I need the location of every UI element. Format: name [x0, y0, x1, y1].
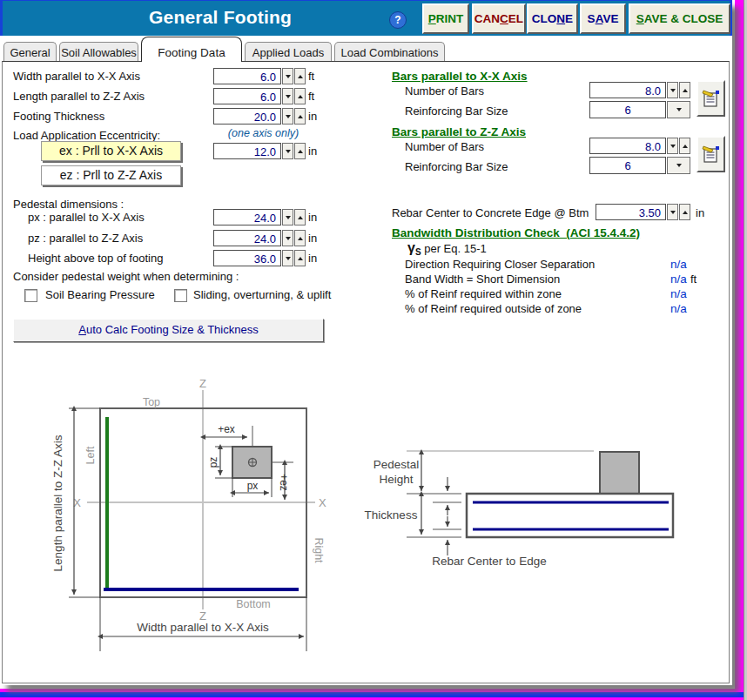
pedestal-height-field[interactable]: 36.0	[213, 250, 281, 266]
pedestal-height-spin-down[interactable]	[282, 250, 293, 266]
bars-z-size-label: Reinforcing Bar Size	[405, 160, 508, 173]
bandwidth-row-label: Direction Requiring Closer Separation	[405, 258, 595, 271]
bandwidth-row-label: % of Reinf required outside of zone	[405, 302, 582, 315]
tab-applied-loads[interactable]: Applied Loads	[245, 42, 332, 62]
thickness-field[interactable]: 20.0	[213, 108, 281, 125]
rebar-edge-spin-down[interactable]	[667, 204, 678, 220]
ex-value: 12.0	[214, 144, 280, 158]
bars-z-header: Bars parallel to Z-Z Axis	[392, 125, 526, 138]
bars-z-num-spin-down[interactable]	[667, 138, 678, 154]
width-x-field[interactable]: 6.0	[213, 68, 281, 84]
width-x-spin-down[interactable]	[282, 68, 293, 84]
title-bar: General Footing ? PRINT CANCEL CLONE SAV…	[0, 0, 732, 36]
rebar-edge-unit: in	[696, 206, 704, 219]
pedestal-height-value: 36.0	[214, 251, 280, 266]
ex-spin-up[interactable]	[294, 143, 306, 159]
length-z-label: Length parallel to Z-Z Axis	[13, 90, 145, 103]
pedestal-px-spin-up[interactable]	[294, 209, 306, 225]
chevron-down-icon	[676, 108, 682, 111]
tab-load-combinations[interactable]: Load Combinations	[334, 42, 445, 62]
triangle-up-icon	[298, 115, 303, 118]
rebar-edge-spin-up[interactable]	[679, 204, 690, 220]
sliding-overturning-checkbox[interactable]	[174, 289, 187, 302]
auto-calc-button[interactable]: Auto Calc Footing Size & Thickness	[13, 319, 324, 342]
triangle-up-icon	[298, 216, 303, 219]
triangle-up-icon	[683, 145, 688, 148]
pedestal-px-spin-down[interactable]	[282, 209, 293, 225]
bandwidth-row-label: Band Width = Short Dimension	[405, 273, 560, 286]
pedestal-pz-value: 24.0	[214, 231, 280, 246]
bars-x-num-value: 8.0	[590, 83, 665, 98]
save-and-close-button[interactable]: SAVE & CLOSE	[629, 3, 730, 34]
consider-pedestal-label: Consider pedestal weight when determinin…	[13, 270, 239, 283]
thickness-unit: in	[308, 110, 317, 123]
tab-footing-data[interactable]: Footing Data	[141, 37, 242, 62]
triangle-down-icon	[286, 257, 291, 260]
triangle-up-icon	[298, 150, 303, 153]
cancel-button[interactable]: CANCEL	[472, 3, 526, 34]
pedestal-px-value: 24.0	[214, 210, 280, 225]
ex-field[interactable]: 12.0	[213, 143, 281, 159]
bandwidth-header: Bandwidth Distribution Check (ACI 15.4.4…	[392, 226, 640, 239]
soil-bearing-label: Soil Bearing Pressure	[45, 288, 155, 301]
bandwidth-row-unit: ft	[690, 273, 697, 286]
triangle-up-icon	[683, 89, 688, 92]
width-x-value: 6.0	[214, 69, 280, 84]
bars-z-num-spin-up[interactable]	[679, 138, 690, 154]
background-window-edge	[0, 692, 747, 697]
pedestal-height-label: Height above top of footing	[28, 252, 163, 265]
triangle-up-icon	[683, 211, 688, 214]
width-x-spin-up[interactable]	[294, 68, 306, 84]
dialog-title: General Footing	[55, 7, 386, 28]
thickness-spin-up[interactable]	[294, 108, 306, 125]
length-z-field[interactable]: 6.0	[213, 88, 281, 104]
clone-button[interactable]: CLONE	[527, 3, 578, 34]
rebar-edge-value: 3.50	[596, 205, 665, 219]
sliding-overturning-label: Sliding, overturning, & uplift	[193, 288, 331, 301]
triangle-down-icon	[286, 95, 291, 98]
pedestal-px-unit: in	[308, 211, 317, 224]
pedestal-height-spin-up[interactable]	[294, 250, 306, 266]
bars-x-num-spin-up[interactable]	[679, 82, 690, 98]
triangle-down-icon	[286, 237, 291, 240]
thickness-label: Footing Thickness	[13, 110, 104, 123]
bars-z-size-dropdown[interactable]: 6	[589, 157, 666, 174]
eccentricity-label: Load Application Eccentricity:	[13, 129, 160, 142]
bars-z-notes-button[interactable]	[697, 136, 725, 172]
chevron-down-icon	[676, 164, 682, 167]
print-button[interactable]: PRINT	[422, 3, 469, 34]
bars-x-num-field[interactable]: 8.0	[589, 82, 666, 98]
ex-spin-down[interactable]	[282, 143, 293, 159]
bars-x-size-dropdown[interactable]: 6	[589, 101, 666, 118]
rebar-edge-label: Rebar Center to Concrete Edge @ Btm	[392, 206, 589, 219]
bandwidth-row-value: n/a	[670, 273, 687, 286]
tab-soil-allowables[interactable]: Soil Allowables	[59, 42, 138, 62]
bars-z-size-dropdown-button[interactable]	[667, 157, 690, 174]
pedestal-px-field[interactable]: 24.0	[213, 209, 281, 225]
triangle-down-icon	[286, 150, 291, 153]
bars-x-notes-button[interactable]	[697, 80, 725, 117]
bars-z-num-field[interactable]: 8.0	[589, 138, 666, 154]
triangle-up-icon	[298, 237, 303, 240]
bars-x-num-spin-down[interactable]	[667, 82, 678, 98]
ez-axis-button[interactable]: ez : Prll to Z-Z Axis	[41, 165, 181, 185]
length-z-value: 6.0	[214, 89, 280, 104]
pedestal-pz-field[interactable]: 24.0	[213, 230, 281, 246]
tab-general[interactable]: General	[3, 42, 57, 62]
bandwidth-row-value: n/a	[670, 287, 687, 300]
length-z-unit: ft	[308, 90, 314, 103]
rebar-edge-field[interactable]: 3.50	[596, 204, 666, 220]
bars-x-size-dropdown-button[interactable]	[667, 101, 690, 118]
triangle-down-icon	[286, 115, 291, 118]
help-icon[interactable]: ?	[389, 11, 407, 29]
thickness-spin-down[interactable]	[282, 108, 293, 125]
bandwidth-row-label: % of Reinf required within zone	[405, 287, 562, 300]
pedestal-pz-spin-down[interactable]	[282, 230, 293, 246]
pedestal-pz-spin-up[interactable]	[294, 230, 306, 246]
ex-axis-button[interactable]: ex : Prll to X-X Axis	[41, 141, 181, 161]
pedestal-px-label: px : parallel to X-X Axis	[28, 211, 145, 224]
length-z-spin-down[interactable]	[282, 88, 293, 104]
save-button[interactable]: SAVE	[580, 3, 626, 34]
length-z-spin-up[interactable]	[294, 88, 306, 104]
soil-bearing-checkbox[interactable]	[24, 289, 37, 302]
